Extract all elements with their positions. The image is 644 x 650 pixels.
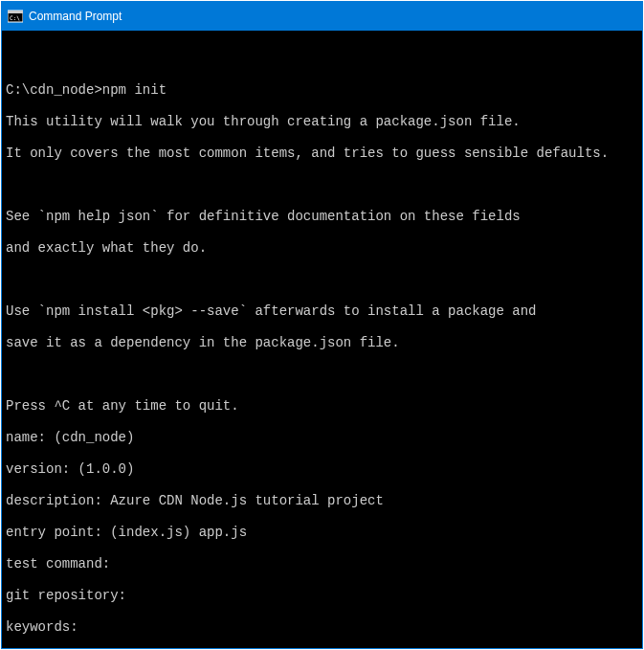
- cmd-icon: C:\: [8, 9, 23, 24]
- window-title: Command Prompt: [29, 10, 122, 23]
- output-line: It only covers the most common items, an…: [6, 146, 638, 162]
- output-line: Press ^C at any time to quit.: [6, 398, 638, 415]
- output-line: description: Azure CDN Node.js tutorial …: [6, 493, 638, 509]
- output-line: keywords:: [6, 619, 638, 636]
- output-line: See `npm help json` for definitive docum…: [6, 209, 638, 225]
- output-line: entry point: (index.js) app.js: [6, 525, 638, 541]
- output-line: and exactly what they do.: [6, 240, 638, 257]
- output-line: git repository:: [6, 588, 638, 604]
- output-line: Use `npm install <pkg> --save` afterward…: [6, 303, 638, 320]
- prompt-line: C:\cdn_node>npm init: [6, 82, 638, 99]
- output-line: version: (1.0.0): [6, 461, 638, 478]
- command-prompt-window: C:\ Command Prompt C:\cdn_node>npm init …: [1, 1, 643, 649]
- output-line: name: (cdn_node): [6, 430, 638, 446]
- svg-text:C:\: C:\: [10, 14, 20, 21]
- titlebar[interactable]: C:\ Command Prompt: [2, 2, 642, 31]
- terminal[interactable]: C:\cdn_node>npm init This utility will w…: [2, 31, 642, 648]
- svg-rect-1: [8, 11, 23, 13]
- output-line: test command:: [6, 556, 638, 572]
- output-line: This utility will walk you through creat…: [6, 114, 638, 130]
- output-line: save it as a dependency in the package.j…: [6, 335, 638, 351]
